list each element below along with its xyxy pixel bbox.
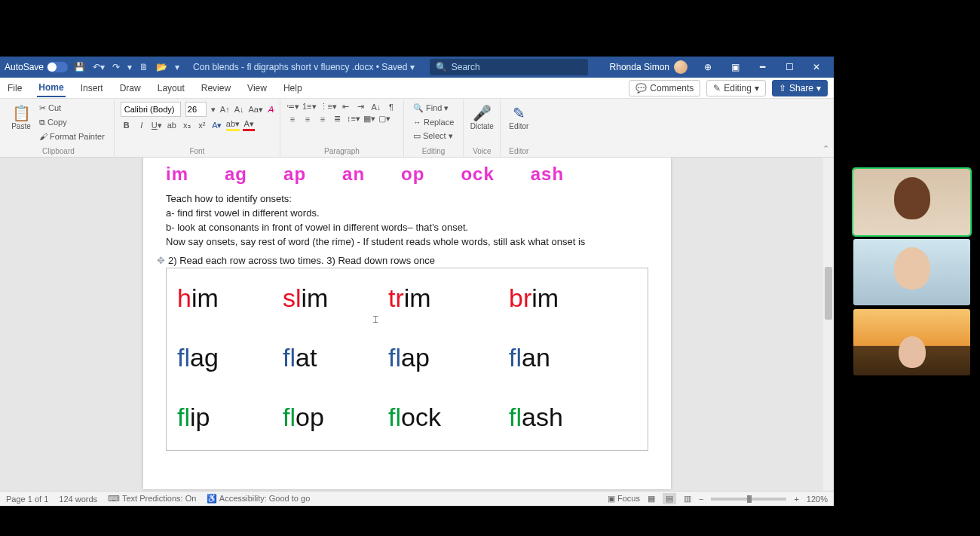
underline-button[interactable]: U▾ xyxy=(151,121,163,130)
zoom-percent[interactable]: 120% xyxy=(807,495,828,504)
dictate-button[interactable]: 🎤 Dictate xyxy=(470,102,494,132)
multilevel-icon[interactable]: ⋮≡▾ xyxy=(320,102,337,112)
cut-button[interactable]: ✂ Cut xyxy=(36,102,108,115)
video-tile[interactable] xyxy=(853,309,970,375)
word-cell: flat xyxy=(283,343,388,372)
editing-mode-button[interactable]: ✎ Editing ▾ xyxy=(706,80,766,96)
rime: op xyxy=(401,164,424,185)
tab-draw[interactable]: Draw xyxy=(118,80,142,96)
strike-button[interactable]: ab xyxy=(166,121,178,130)
autosave-label: AutoSave xyxy=(5,62,44,72)
onset: fl xyxy=(509,343,522,372)
align-center-icon[interactable]: ≡ xyxy=(302,115,314,124)
video-tile[interactable] xyxy=(853,239,970,305)
clear-format-icon[interactable]: A̶ xyxy=(268,105,274,115)
decrease-indent-icon[interactable]: ⇤ xyxy=(340,102,352,112)
instruction-block: Teach how to identify onsets: a- find fi… xyxy=(166,192,648,249)
replace-button[interactable]: ↔ Replace xyxy=(410,116,457,128)
undo-icon[interactable]: ↶▾ xyxy=(93,62,105,72)
format-painter-button[interactable]: 🖌 Format Painter xyxy=(36,130,108,142)
save-icon[interactable]: 💾 xyxy=(74,62,85,72)
rime: im xyxy=(302,283,329,312)
increase-indent-icon[interactable]: ⇥ xyxy=(355,102,367,112)
zoom-out-button[interactable]: − xyxy=(699,495,703,504)
redo-icon[interactable]: ↷ xyxy=(112,62,120,72)
tab-insert[interactable]: Insert xyxy=(79,80,105,96)
tab-file[interactable]: File xyxy=(6,80,23,96)
onset: sl xyxy=(283,283,302,312)
user-account[interactable]: Rhonda Simon xyxy=(610,60,688,74)
justify-icon[interactable]: ≣ xyxy=(332,114,344,124)
status-page[interactable]: Page 1 of 1 xyxy=(6,495,48,504)
paste-button[interactable]: 📋 Paste xyxy=(9,102,33,132)
change-case-icon[interactable]: Aa▾ xyxy=(249,105,263,115)
tab-review[interactable]: Review xyxy=(200,80,232,96)
ribbon-display-icon[interactable]: ▣ xyxy=(722,57,748,78)
ribbon: 📋 Paste ✂ Cut ⧉ Copy 🖌 Format Painter Cl… xyxy=(0,99,834,158)
find-button[interactable]: 🔍 Find ▾ xyxy=(410,102,457,115)
status-predictions[interactable]: ⌨ Text Predictions: On xyxy=(108,494,196,504)
participant-face-icon xyxy=(894,177,930,219)
autosave-toggle[interactable]: AutoSave xyxy=(5,62,68,72)
minimize-button[interactable]: ━ xyxy=(749,57,775,78)
sort-icon[interactable]: A↓ xyxy=(370,103,382,112)
focus-mode-button[interactable]: ▣ Focus xyxy=(608,494,640,504)
copy-button[interactable]: ⧉ Copy xyxy=(36,116,108,129)
subscript-button[interactable]: x₂ xyxy=(181,121,193,130)
font-name-input[interactable] xyxy=(121,102,181,117)
numbering-icon[interactable]: 1≡▾ xyxy=(302,102,317,112)
font-color-icon[interactable]: A▾ xyxy=(243,119,255,131)
cut-label: Cut xyxy=(48,103,61,112)
grow-font-icon[interactable]: A↑ xyxy=(220,105,230,114)
zoom-slider[interactable] xyxy=(711,498,786,501)
task-line-text: 2) Read each row across two times. 3) Re… xyxy=(168,255,435,266)
ribbon-collapse-icon[interactable]: ⌃ xyxy=(822,144,829,154)
bold-button[interactable]: B xyxy=(121,121,133,130)
print-layout-icon[interactable]: ▤ xyxy=(663,493,676,504)
tab-view[interactable]: View xyxy=(246,80,268,96)
tab-home[interactable]: Home xyxy=(37,79,65,97)
read-mode-icon[interactable]: ▦ xyxy=(648,494,655,504)
document-title[interactable]: Con blends - fl digraphs short v fluency… xyxy=(193,62,415,72)
search-box[interactable]: 🔍 Search xyxy=(430,59,588,75)
zoom-in-button[interactable]: + xyxy=(794,495,798,504)
comments-button[interactable]: 💬 Comments xyxy=(629,80,700,96)
highlight-icon[interactable]: ab▾ xyxy=(226,119,240,131)
scroll-thumb[interactable] xyxy=(825,267,832,320)
shading-icon[interactable]: ▦▾ xyxy=(363,114,375,124)
search-icon: 🔍 xyxy=(436,62,447,72)
share-button[interactable]: ⇧ Share ▾ xyxy=(772,80,828,96)
vertical-scrollbar[interactable] xyxy=(823,158,834,491)
show-marks-icon[interactable]: ¶ xyxy=(385,103,397,112)
borders-icon[interactable]: ▢▾ xyxy=(378,114,390,124)
italic-button[interactable]: I xyxy=(136,121,148,130)
superscript-button[interactable]: x² xyxy=(196,121,208,130)
status-accessibility[interactable]: ♿ Accessibility: Good to go xyxy=(207,494,310,504)
web-layout-icon[interactable]: ▥ xyxy=(684,494,691,504)
status-words[interactable]: 124 words xyxy=(59,495,97,504)
open-icon[interactable]: 📂 xyxy=(156,62,167,72)
text-effects-icon[interactable]: A▾ xyxy=(211,121,223,130)
font-size-input[interactable] xyxy=(185,102,207,117)
maximize-button[interactable]: ☐ xyxy=(776,57,802,78)
line-spacing-icon[interactable]: ↕≡▾ xyxy=(347,114,360,124)
new-doc-icon[interactable]: 🗎 xyxy=(139,62,149,72)
table-handle-icon[interactable]: ✥ xyxy=(157,255,165,266)
document-page[interactable]: im ag ap an op ock ash Teach how to iden… xyxy=(143,158,671,489)
tab-help[interactable]: Help xyxy=(282,80,304,96)
bullets-icon[interactable]: ≔▾ xyxy=(286,102,299,112)
align-right-icon[interactable]: ≡ xyxy=(317,115,329,124)
tab-layout[interactable]: Layout xyxy=(156,80,186,96)
qat-more-icon[interactable]: ▾ xyxy=(175,62,179,72)
word-cell: trim xyxy=(388,283,509,313)
shrink-font-icon[interactable]: A↓ xyxy=(234,105,244,114)
select-button[interactable]: ▭ Select ▾ xyxy=(410,130,457,142)
close-button[interactable]: ✕ xyxy=(804,57,829,78)
editor-button[interactable]: ✎ Editor xyxy=(507,102,531,132)
align-left-icon[interactable]: ≡ xyxy=(286,115,299,124)
font-size-dropdown-icon[interactable]: ▾ xyxy=(211,105,216,115)
document-area[interactable]: im ag ap an op ock ash Teach how to iden… xyxy=(0,158,834,491)
autosave-switch-icon[interactable] xyxy=(47,62,68,72)
video-tile-active[interactable] xyxy=(853,169,970,235)
coming-soon-icon[interactable]: ⊕ xyxy=(695,57,721,78)
